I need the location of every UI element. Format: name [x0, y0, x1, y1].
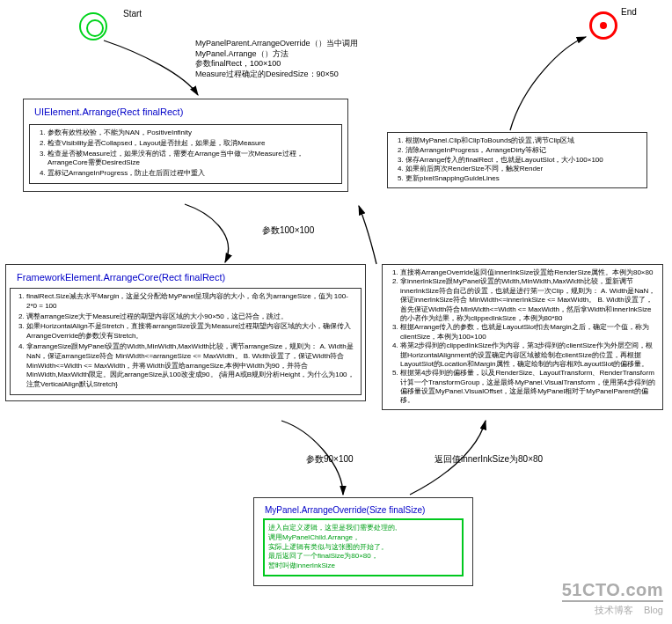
- list-item: 拿innerInkSize跟MyPanel设置的Width,MinWidth,M…: [400, 277, 657, 323]
- box2-title: FrameworkElement.ArrangeCore(Rect finalR…: [6, 265, 365, 286]
- end-label: End: [621, 7, 637, 17]
- box1-right-list: 根据MyPanel.Clip和ClipToBounds的设置,调节Clip区域 …: [387, 132, 647, 188]
- start-node: [79, 12, 107, 40]
- list-item: 如果前后两次RenderSize不同，触发Render: [405, 165, 641, 174]
- note-line: MyPanel.Arrange（）方法: [195, 49, 358, 60]
- list-item: 将第2步得到的clippedInkSize作为内容，第3步得到的clientSi…: [400, 341, 657, 369]
- body-line: 进入自定义逻辑，这里是我们需要处理的,: [268, 524, 458, 533]
- list-item: 拿arrangeSize跟MyPanel设置的Width,MinWidth,Ma…: [26, 342, 357, 390]
- param-100x100: 参数100×100: [262, 224, 314, 237]
- note-line: Measure过程确定的DesiredSize：90×50: [195, 70, 358, 80]
- list-item: 根据MyPanel.Clip和ClipToBounds的设置,调节Clip区域: [405, 136, 641, 146]
- start-label: Start: [123, 9, 142, 18]
- box2-right-list: 直接将ArrangeOverride返回值innerInkSize设置给Rend…: [382, 264, 663, 410]
- list-item: 检查Visibility是否Collapsed，Layout是否挂起，如果是，取…: [47, 139, 336, 149]
- watermark: 51CTO.com 技术博客 Blog: [562, 580, 663, 617]
- body-line: 实际上逻辑有类似与这张图的开始了。: [268, 543, 458, 553]
- list-item: finalRect.Size减去水平Margin，这是父分配给MyPanel呈现…: [26, 292, 357, 312]
- mypanel-arrangeoverride-box: MyPanel.ArrangeOverride(Size finalSize) …: [253, 497, 473, 586]
- watermark-line2: 技术博客 Blog: [562, 600, 663, 617]
- list-item: 置标记ArrangeInProgress，防止在后面过程中重入: [47, 169, 336, 179]
- list-item: 调整arrangeSize大于Measure过程的期望内容区域的大小90×50，…: [26, 312, 357, 322]
- list-item: 根据Arrange传入的参数，也就是LayoutSlot扣去Margin之后，确…: [400, 323, 657, 341]
- box1-left-list: 参数有效性校验，不能为NAN，PositiveInfinity 检查Visibi…: [29, 124, 342, 184]
- uielement-arrange-box: UIElement.Arrange(Rect finalRect) 参数有效性校…: [23, 99, 348, 192]
- box2-left-list: finalRect.Size减去水平Margin，这是父分配给MyPanel呈现…: [10, 288, 362, 395]
- box3-body: 进入自定义逻辑，这里是我们需要处理的, 调用MyPanelChild.Arran…: [263, 518, 464, 576]
- list-item: 参数有效性校验，不能为NAN，PositiveInfinity: [47, 128, 336, 138]
- param-return-80x80: 返回值innerInkSize为80×80: [435, 453, 543, 466]
- body-line: 最后返回了一个finalSize为80×80，: [268, 552, 458, 562]
- list-item: 清除ArrangeInProgress，ArrangeDirty等标记: [405, 146, 641, 156]
- list-item: 根据第4步得到的偏移量，以及RenderSize、LayoutTransform…: [400, 369, 657, 406]
- list-item: 直接将ArrangeOverride返回值innerInkSize设置给Rend…: [400, 268, 657, 277]
- frameworkelement-arrangecore-box: FrameworkElement.ArrangeCore(Rect finalR…: [5, 264, 366, 401]
- box1-title: UIElement.Arrange(Rect finalRect): [24, 99, 347, 121]
- box3-title: MyPanel.ArrangeOverride(Size finalSize): [254, 498, 472, 518]
- list-item: 保存Arrange传入的finalRect，也就是LayoutSlot，大小10…: [405, 156, 641, 165]
- note-line: 参数finalRect，100×100: [195, 59, 358, 70]
- body-line: 调用MyPanelChild.Arrange，: [268, 533, 458, 543]
- list-item: 更新pixelSnappingGuideLines: [405, 174, 641, 184]
- note-line: MyPanelParent.ArrangeOverride（）当中调用: [195, 39, 358, 49]
- watermark-line1: 51CTO.com: [562, 580, 663, 600]
- param-90x100: 参数90×100: [306, 453, 354, 466]
- end-node: [589, 11, 617, 40]
- list-item: 如果HorizontalAlign不是Stretch，直接将arrangeSiz…: [26, 322, 357, 341]
- body-line: 暂时叫做innerInkSize: [268, 562, 458, 571]
- top-note: MyPanelParent.ArrangeOverride（）当中调用 MyPa…: [195, 39, 358, 80]
- list-item: 检查是否被Measure过，如果没有的话，需要在Arrange当中做一次Meas…: [47, 150, 336, 169]
